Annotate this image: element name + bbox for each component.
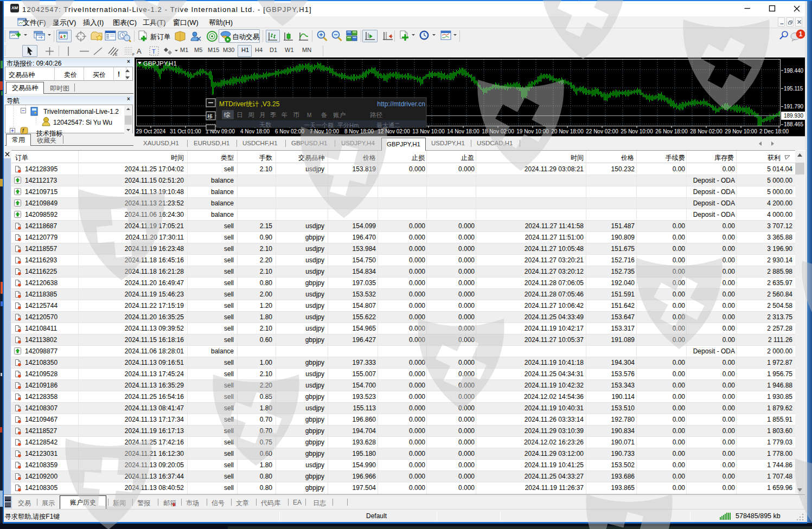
svg-text:26 Nov 18:00: 26 Nov 18:00 [655,128,688,134]
svg-text:季: 季 [270,112,277,118]
svg-text:29 Nov 10:00: 29 Nov 10:00 [725,128,757,134]
svg-text:14 Nov 18:00: 14 Nov 18:00 [447,128,479,134]
svg-text:25 Nov 10:00: 25 Nov 10:00 [621,128,653,134]
svg-text:M: M [307,112,311,118]
svg-text:6 Nov 02:00: 6 Nov 02:00 [275,128,304,134]
svg-text:F: F [132,53,135,56]
svg-text:13 Nov 10:00: 13 Nov 10:00 [412,128,445,134]
svg-text:18 Nov 02:00: 18 Nov 02:00 [482,128,514,134]
svg-text:195.115: 195.115 [784,86,803,92]
svg-text:MTDriver统计 ,V3.25: MTDriver统计 ,V3.25 [219,100,280,108]
svg-text:备: 备 [321,112,328,118]
svg-text:日: 日 [236,112,243,118]
svg-text:188.465: 188.465 [784,121,804,127]
svg-text:E: E [115,53,118,56]
svg-text:一天一个额: 一天一个额 [304,122,334,128]
svg-text:8 Nov 18:00: 8 Nov 18:00 [344,128,374,134]
svg-text:无数: 无数 [259,121,271,128]
svg-text:31 Oct 01:00: 31 Oct 01:00 [170,128,201,134]
svg-text:平分Hm: 平分Hm [337,122,359,128]
svg-text:移: 移 [207,113,213,119]
svg-text:29 Oct 2024: 29 Oct 2024 [136,128,166,134]
svg-text:12 Nov 02:00: 12 Nov 02:00 [378,128,410,134]
svg-text:1: 1 [799,30,803,38]
svg-text:189.930: 189.930 [784,113,804,119]
svg-text:2 Dec 18:00: 2 Dec 18:00 [759,128,789,134]
svg-text:币: 币 [293,112,299,118]
svg-text:账户: 账户 [333,112,346,118]
svg-text:20 Nov 18:00: 20 Nov 18:00 [551,128,584,134]
svg-text:22 Nov 02:00: 22 Nov 02:00 [586,128,618,134]
svg-text:路径: 路径 [370,112,383,118]
svg-text:198.440: 198.440 [784,68,804,74]
svg-text:年: 年 [281,112,288,118]
svg-text:T: T [152,48,156,55]
svg-text:4 Nov 18:00: 4 Nov 18:00 [240,128,270,134]
svg-text:周: 周 [248,112,254,118]
svg-text:19 Nov 10:00: 19 Nov 10:00 [516,128,549,134]
svg-text:综: 综 [223,112,231,118]
svg-text:最大通二: 最大通二 [376,122,400,128]
svg-text:http://mtdriver.cn: http://mtdriver.cn [377,100,425,108]
svg-text:7 Nov 10:00: 7 Nov 10:00 [310,128,339,134]
svg-text:月: 月 [259,112,266,118]
svg-text:191.790: 191.790 [784,104,804,109]
svg-text:GBPJPY,H1: GBPJPY,H1 [143,60,177,67]
svg-text:28 Nov 02:00: 28 Nov 02:00 [690,128,723,134]
